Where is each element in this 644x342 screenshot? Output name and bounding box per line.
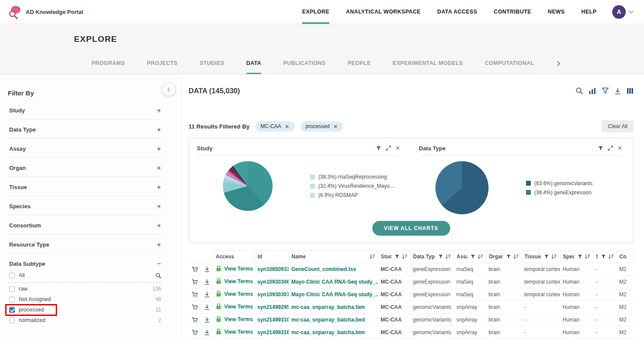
column-header-access[interactable]: Access bbox=[213, 251, 255, 263]
column-header-name[interactable]: Name bbox=[289, 251, 378, 263]
column-header-tissue[interactable]: Tissue bbox=[522, 251, 560, 263]
study-pie-chart[interactable] bbox=[223, 161, 273, 211]
filter-section-tissue[interactable]: Tissue + bbox=[8, 177, 162, 196]
synapse-id-link[interactable]: syn21499310 bbox=[257, 317, 289, 323]
collapse-minus-icon[interactable]: − bbox=[157, 260, 161, 268]
funnel-icon[interactable] bbox=[506, 254, 511, 259]
tab-programs[interactable]: PROGRAMS bbox=[91, 60, 125, 74]
row-download-icon[interactable] bbox=[204, 266, 210, 272]
search-icon[interactable] bbox=[576, 87, 583, 95]
file-name-link[interactable]: mc-caa_snparray_batcha.bim bbox=[291, 329, 365, 335]
view-terms-link[interactable]: View Terms bbox=[224, 266, 253, 272]
tab-projects[interactable]: PROJECTS bbox=[147, 60, 178, 74]
filter-section-resource-type[interactable]: Resource Type + bbox=[8, 234, 162, 254]
charts-icon[interactable] bbox=[589, 88, 596, 95]
user-menu[interactable]: A bbox=[612, 5, 633, 19]
column-header-species[interactable]: Species bbox=[560, 251, 593, 263]
tab-data[interactable]: DATA bbox=[246, 60, 261, 74]
remove-chip-icon[interactable]: ✕ bbox=[285, 124, 290, 129]
expand-plus-icon[interactable]: + bbox=[157, 126, 161, 133]
add-to-cart-icon[interactable] bbox=[192, 329, 198, 335]
search-icon[interactable] bbox=[155, 273, 161, 278]
row-download-icon[interactable] bbox=[204, 317, 210, 323]
row-download-icon[interactable] bbox=[204, 329, 210, 335]
sort-icon[interactable] bbox=[369, 254, 375, 259]
checkbox-normalized[interactable] bbox=[9, 318, 15, 323]
nav-analytical-workspace[interactable]: ANALYTICAL WORKSPACE bbox=[346, 0, 421, 24]
clear-all-button[interactable]: Clear All bbox=[602, 120, 634, 132]
checkbox-raw[interactable] bbox=[9, 286, 15, 292]
expand-plus-icon[interactable]: + bbox=[157, 222, 161, 229]
column-header-id[interactable]: Id bbox=[255, 251, 289, 263]
funnel-icon[interactable] bbox=[471, 254, 475, 259]
filter-section-organ[interactable]: Organ + bbox=[8, 158, 162, 177]
add-to-cart-icon[interactable] bbox=[192, 304, 198, 310]
nav-news[interactable]: NEWS bbox=[548, 0, 565, 24]
checkbox-processed-checked[interactable] bbox=[9, 307, 15, 313]
file-name-link[interactable]: GeneCount_combined.tsv bbox=[291, 266, 356, 272]
row-download-icon[interactable] bbox=[204, 279, 210, 285]
funnel-icon[interactable] bbox=[544, 254, 549, 259]
sort-icon[interactable] bbox=[513, 254, 519, 259]
file-name-link[interactable]: Mayo Clinic CAA RNA-Seq study_... bbox=[291, 291, 378, 298]
checkbox-all[interactable] bbox=[9, 273, 15, 278]
expand-plus-icon[interactable]: + bbox=[157, 241, 161, 248]
chart-close-icon[interactable]: × bbox=[396, 146, 400, 151]
view-terms-link[interactable]: View Terms bbox=[224, 291, 253, 297]
sort-icon[interactable] bbox=[477, 254, 483, 259]
filter-section-data-type[interactable]: Data Type + bbox=[8, 119, 162, 139]
data-type-pie-chart[interactable] bbox=[435, 161, 489, 214]
column-header-consortium[interactable]: Co bbox=[617, 251, 634, 263]
tab-studies[interactable]: STUDIES bbox=[199, 60, 224, 74]
synapse-id-link[interactable]: syn21499295 bbox=[257, 304, 289, 310]
sort-icon[interactable] bbox=[551, 254, 557, 259]
remove-chip-icon[interactable]: ✕ bbox=[333, 124, 338, 129]
column-header-study[interactable]: Study bbox=[378, 251, 410, 263]
filter-chip-mc-caa[interactable]: MC-CAA ✕ bbox=[255, 121, 294, 132]
filter-chip-processed[interactable]: processed ✕ bbox=[300, 121, 343, 132]
expand-plus-icon[interactable]: + bbox=[157, 107, 161, 114]
filter-section-consortium[interactable]: Consortium + bbox=[8, 215, 162, 234]
filter-option-processed[interactable]: processed 11 bbox=[8, 305, 162, 315]
brand[interactable]: AD Knowledge Portal bbox=[7, 5, 83, 19]
download-icon[interactable] bbox=[614, 88, 621, 95]
view-all-charts-button[interactable]: VIEW ALL CHARTS bbox=[372, 221, 450, 236]
tab-publications[interactable]: PUBLICATIONS bbox=[283, 60, 326, 74]
columns-icon[interactable] bbox=[627, 88, 634, 94]
sort-icon[interactable] bbox=[445, 254, 451, 259]
chart-filter-icon[interactable] bbox=[376, 146, 381, 151]
add-to-cart-icon[interactable] bbox=[192, 317, 198, 323]
sort-icon[interactable] bbox=[401, 254, 408, 259]
filter-section-species[interactable]: Species + bbox=[8, 196, 162, 215]
file-name-link[interactable]: Mayo Clinic CAA RNA-Seq study_... bbox=[291, 279, 378, 285]
sort-icon[interactable] bbox=[608, 254, 614, 259]
filter-option-normalized[interactable]: normalized 2 bbox=[8, 315, 162, 325]
view-terms-link[interactable]: View Terms bbox=[224, 329, 253, 335]
add-to-cart-icon[interactable] bbox=[192, 266, 198, 272]
expand-plus-icon[interactable]: + bbox=[157, 203, 161, 210]
filter-icon[interactable] bbox=[602, 88, 609, 94]
sidebar-collapse-button[interactable] bbox=[162, 83, 175, 96]
tabs-overflow-chevron-right-icon[interactable] bbox=[556, 59, 560, 74]
column-header-assay[interactable]: Assay bbox=[454, 251, 486, 263]
chart-expand-icon[interactable] bbox=[386, 146, 391, 151]
chart-expand-icon[interactable] bbox=[608, 146, 613, 151]
add-to-cart-icon[interactable] bbox=[192, 279, 198, 285]
funnel-icon[interactable] bbox=[578, 254, 582, 259]
synapse-id-link[interactable]: syn21499316 bbox=[257, 329, 289, 335]
filter-option-all[interactable]: All bbox=[8, 270, 162, 283]
filter-option-not-assigned[interactable]: Not Assigned 48 bbox=[8, 294, 162, 305]
synapse-id-link[interactable]: syn10930306 bbox=[257, 279, 289, 285]
funnel-icon[interactable] bbox=[438, 254, 443, 259]
nav-explore[interactable]: EXPLORE bbox=[302, 0, 330, 24]
funnel-icon[interactable] bbox=[601, 254, 606, 259]
synapse-id-link[interactable]: syn10850933 bbox=[257, 266, 289, 272]
file-name-link[interactable]: mc-caa_snparray_batcha.bed bbox=[291, 317, 365, 323]
column-header-organ[interactable]: Organ bbox=[486, 251, 522, 263]
row-download-icon[interactable] bbox=[204, 304, 210, 310]
view-terms-link[interactable]: View Terms bbox=[224, 278, 253, 284]
nav-help[interactable]: HELP bbox=[581, 0, 597, 24]
view-terms-link[interactable]: View Terms bbox=[224, 304, 253, 310]
synapse-id-link[interactable]: syn10930307 bbox=[257, 291, 289, 298]
view-terms-link[interactable]: View Terms bbox=[224, 316, 253, 322]
